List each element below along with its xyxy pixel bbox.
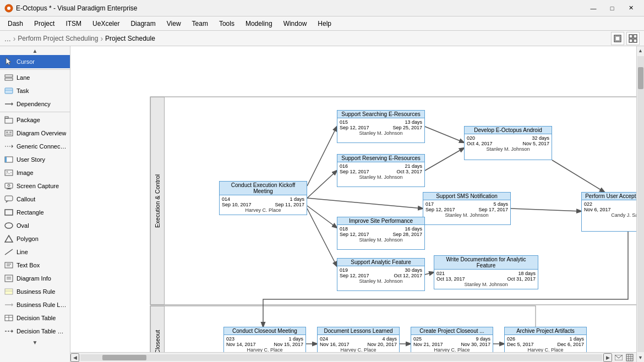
task-box-t017[interactable]: Support SMS Notification 017 5 days Sep … xyxy=(423,192,511,225)
generic-connector-icon xyxy=(3,142,14,151)
menu-item-view[interactable]: View xyxy=(161,18,187,29)
menu-item-dash[interactable]: Dash xyxy=(2,18,29,29)
email-icon[interactable] xyxy=(614,353,623,362)
sidebar-item-lane[interactable]: Lane xyxy=(0,71,70,84)
task-title-t022: Perform User Acceptance Activities xyxy=(582,193,636,200)
right-scrollbar: ▲ ▼ xyxy=(636,46,644,362)
task-number-t015: 015 xyxy=(340,119,348,125)
menu-item-help[interactable]: Help xyxy=(312,18,337,29)
svg-marker-21 xyxy=(12,145,13,148)
sidebar-item-user-story[interactable]: User Story xyxy=(0,153,70,166)
task-title-t014: Conduct Execution Kickoff Meeting xyxy=(220,182,307,195)
canvas-scroll[interactable]: Execution & Control Closeout Conduct Exe… xyxy=(70,46,636,352)
sidebar-item-generic-connector[interactable]: Generic Connector xyxy=(0,140,70,153)
user-story-icon xyxy=(3,155,14,164)
task-box-t015[interactable]: Support Searching E-Resources 015 13 day… xyxy=(337,110,425,143)
scroll-down-button[interactable]: ▼ xyxy=(637,353,644,362)
svg-point-29 xyxy=(8,184,10,187)
svg-rect-26 xyxy=(5,183,13,188)
sidebar-item-rectangle[interactable]: Rectangle xyxy=(0,206,70,219)
task-box-t026[interactable]: Archive Project Artifacts 026 1 days Dec… xyxy=(504,327,587,352)
sidebar-item-dependency[interactable]: Dependency xyxy=(0,97,70,111)
svg-rect-18 xyxy=(9,131,12,133)
menu-item-diagram[interactable]: Diagram xyxy=(125,18,161,29)
task-number-t018: 018 xyxy=(340,226,348,232)
vertical-scroll-track[interactable] xyxy=(637,56,644,352)
svg-rect-23 xyxy=(5,157,7,162)
grid-icon-btn[interactable] xyxy=(626,32,640,45)
sidebar-item-package[interactable]: Package xyxy=(0,113,70,127)
task-box-t018[interactable]: Improve Site Performance 018 16 days Sep… xyxy=(337,217,425,250)
menu-item-team[interactable]: Team xyxy=(187,18,214,29)
task-start-t015: Sep 12, 2017 xyxy=(340,125,369,130)
task-box-t020[interactable]: Develop E-Octopus Android 020 32 days Oc… xyxy=(464,126,552,160)
sidebar-item-task[interactable]: Task xyxy=(0,84,70,97)
task-duration-t024: 4 days xyxy=(382,336,397,342)
horizontal-scroll-track[interactable] xyxy=(80,354,602,361)
sidebar-item-business-rule[interactable]: Business Rule xyxy=(0,285,70,298)
task-end-t018: Sep 28, 2017 xyxy=(392,232,422,237)
svg-line-54 xyxy=(307,198,423,209)
sidebar-item-polygon[interactable]: Polygon xyxy=(0,232,70,245)
cursor-icon xyxy=(3,57,14,66)
task-number-t021: 021 xyxy=(436,271,445,276)
scroll-left-button[interactable]: ◀ xyxy=(70,353,79,362)
maximize-button[interactable]: □ xyxy=(603,2,621,14)
scroll-up-button[interactable]: ▲ xyxy=(637,46,644,55)
svg-rect-31 xyxy=(5,210,13,215)
svg-rect-35 xyxy=(5,262,13,268)
task-start-t014: Sep 10, 2017 xyxy=(222,202,252,207)
breadcrumb: ... › Perform Project Scheduling › Proje… xyxy=(0,31,644,46)
sidebar-item-image[interactable]: Image xyxy=(0,166,70,179)
scroll-right-button[interactable]: ▶ xyxy=(603,353,612,362)
sidebar-item-screen-capture[interactable]: Screen Capture xyxy=(0,179,70,193)
sidebar-item-text-box[interactable]: Text Box xyxy=(0,259,70,272)
sidebar-item-business-rule-link[interactable]: Business Rule Link xyxy=(0,298,70,311)
panel-scroll-up[interactable]: ▲ xyxy=(0,46,70,55)
sidebar-item-decision-table[interactable]: Decision Table xyxy=(0,311,70,325)
lane-icon xyxy=(3,73,14,82)
task-number-t017: 017 xyxy=(425,201,434,207)
menu-item-project[interactable]: Project xyxy=(29,18,60,29)
breadcrumb-item2: Project Schedule xyxy=(105,35,155,42)
task-person-t014: Harvey C. Place xyxy=(222,207,304,213)
sidebar-item-line[interactable]: Line xyxy=(0,245,70,259)
task-title-t019: Support Analytic Feature xyxy=(337,259,424,266)
menu-item-uexceler[interactable]: UeXceler xyxy=(87,18,125,29)
menu-item-tools[interactable]: Tools xyxy=(214,18,240,29)
sidebar-item-diagram-info[interactable]: Diagram Info xyxy=(0,272,70,285)
sidebar-item-diagram-overview[interactable]: Diagram Overview xyxy=(0,127,70,140)
task-box-t021[interactable]: Write Documentation for Analytic Feature… xyxy=(434,255,538,289)
menu-item-modeling[interactable]: Modeling xyxy=(240,18,278,29)
task-box-t023[interactable]: Conduct Closeout Meeting 023 1 days Nov … xyxy=(223,327,306,352)
svg-rect-28 xyxy=(7,189,11,189)
grid-icon xyxy=(629,34,637,43)
close-button[interactable]: ✕ xyxy=(622,2,640,14)
window-controls: — □ ✕ xyxy=(585,2,640,14)
sidebar-item-decision-table-link[interactable]: Decision Table Link xyxy=(0,325,70,338)
task-box-t014[interactable]: Conduct Execution Kickoff Meeting 014 1 … xyxy=(219,181,307,215)
svg-rect-8 xyxy=(5,75,13,77)
settings-icon[interactable] xyxy=(625,353,634,362)
frame-icon-btn[interactable] xyxy=(611,32,624,45)
panel-scroll-down[interactable]: ▼ xyxy=(0,338,70,347)
task-person-t020: Stanley M. Johnson xyxy=(467,146,549,152)
sidebar-item-oval[interactable]: Oval xyxy=(0,219,70,232)
task-box-t019[interactable]: Support Analytic Feature 019 30 days Sep… xyxy=(337,258,425,291)
task-box-t024[interactable]: Document Lessons Learned 024 4 days Nov … xyxy=(317,327,400,352)
breadcrumb-item1[interactable]: Perform Project Scheduling xyxy=(18,35,98,42)
horizontal-scroll-thumb[interactable] xyxy=(102,355,146,360)
minimize-button[interactable]: — xyxy=(585,2,602,14)
task-box-t022[interactable]: Perform User Acceptance Activities 022 7… xyxy=(581,192,636,232)
breadcrumb-dots[interactable]: ... xyxy=(4,34,11,43)
task-person-t025: Harvey C. Place xyxy=(413,347,490,352)
sidebar-item-cursor[interactable]: Cursor xyxy=(0,55,70,68)
vertical-scroll-thumb[interactable] xyxy=(638,67,643,89)
task-person-t024: Harvey C. Place xyxy=(320,347,397,352)
menu-item-itsm[interactable]: ITSM xyxy=(60,18,87,29)
menu-item-window[interactable]: Window xyxy=(278,18,313,29)
polygon-icon xyxy=(3,234,14,243)
sidebar-item-callout[interactable]: Callout xyxy=(0,193,70,206)
task-box-t025[interactable]: Create Project Closeout ... 025 9 days N… xyxy=(411,327,493,352)
task-box-t016[interactable]: Support Reserving E-Resources 016 21 day… xyxy=(337,154,425,187)
